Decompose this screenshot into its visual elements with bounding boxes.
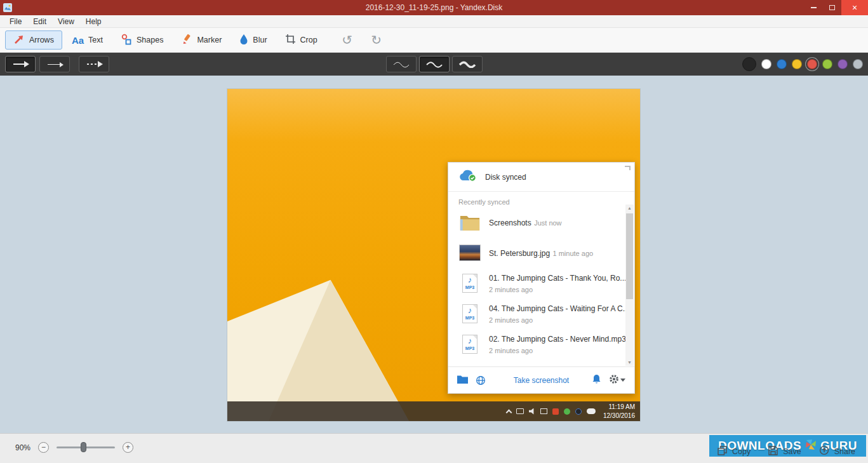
zoom-slider[interactable]: [57, 446, 115, 448]
maximize-button[interactable]: [823, 0, 841, 15]
app-icon: [3, 3, 12, 12]
disk-popup: Disk synced Recently synced Screenshots …: [448, 162, 635, 394]
mp3-file-icon: ♪MP3: [458, 274, 481, 293]
alert-tray-icon: [552, 408, 559, 415]
mp3-file-icon: ♪MP3: [458, 304, 481, 323]
window-title: 2016-12-30_11-19-25.png - Yandex.Disk: [0, 3, 868, 12]
share-button[interactable]: Share: [819, 445, 855, 457]
list-item: ♪MP3 02. The Jumping Cats - Never Mind.m…: [448, 329, 634, 359]
color-swatch-red[interactable]: [807, 59, 817, 69]
save-button[interactable]: Save: [768, 445, 801, 457]
zoom-slider-thumb[interactable]: [81, 442, 86, 452]
photo-thumbnail: [458, 245, 481, 261]
blur-droplet-icon: [239, 34, 248, 47]
settings-menu: [609, 374, 625, 387]
music-note-icon: ♪: [463, 274, 477, 285]
minimize-icon: [811, 7, 817, 8]
item-time: 2 minutes ago: [489, 316, 533, 324]
thick-wave-icon: [458, 60, 477, 68]
toolbar: Arrows Aa Text Shapes Marker Blur Crop ↺…: [0, 28, 868, 53]
close-button[interactable]: ×: [841, 0, 868, 15]
copy-icon: [718, 446, 727, 457]
menu-help[interactable]: Help: [80, 15, 107, 28]
item-name: Screenshots: [489, 218, 531, 227]
menu-view[interactable]: View: [52, 15, 80, 28]
tool-shapes[interactable]: Shapes: [112, 30, 171, 50]
dotted-arrow-icon: [87, 64, 101, 65]
edited-screenshot-image[interactable]: Disk synced Recently synced Screenshots …: [227, 89, 640, 421]
tray-expand-icon: [505, 409, 512, 415]
thickness-medium-button[interactable]: [419, 56, 450, 72]
chevron-down-icon: [620, 379, 625, 382]
close-icon: ×: [852, 3, 857, 13]
item-name: St. Petersburg.jpg: [489, 249, 550, 258]
copy-button[interactable]: Copy: [718, 445, 751, 457]
tool-blur-label: Blur: [253, 36, 267, 44]
tool-arrows[interactable]: Arrows: [5, 30, 62, 50]
zoom-controls: 90% − +: [15, 442, 133, 453]
maximize-icon: [829, 5, 835, 10]
scrollbar-thumb: [626, 213, 633, 299]
list-item: ♪MP3 01. The Jumping Cats - Thank You, R…: [448, 268, 634, 299]
volume-tray-icon: [529, 408, 535, 415]
share-icon: [819, 445, 829, 457]
list-item: ♪MP3 04. The Jumping Cats - Waiting For …: [448, 299, 634, 329]
marker-icon: [181, 34, 192, 47]
arrow-style-solid-button[interactable]: [5, 56, 36, 72]
recently-synced-label: Recently synced: [448, 192, 634, 207]
zoom-out-button[interactable]: −: [38, 442, 49, 453]
tool-marker[interactable]: Marker: [173, 30, 230, 50]
item-name: 04. The Jumping Cats - Waiting For A C..…: [489, 304, 629, 313]
taskbar: 11:19 AM 12/30/2016: [227, 401, 640, 421]
scroll-down-icon: ▼: [625, 360, 634, 365]
tool-text[interactable]: Aa Text: [63, 30, 111, 50]
titlebar[interactable]: 2016-12-30_11-19-25.png - Yandex.Disk ×: [0, 0, 868, 15]
gear-icon: [609, 374, 619, 387]
popup-header: Disk synced: [448, 163, 634, 192]
list-item: Screenshots Just now: [448, 207, 634, 238]
redo-button[interactable]: ↻: [368, 32, 385, 48]
arrow-style-group: [5, 56, 109, 72]
color-swatch-gray[interactable]: [853, 59, 863, 69]
take-screenshot-link: Take screenshot: [514, 376, 569, 385]
tool-crop-label: Crop: [300, 36, 317, 44]
color-swatch-blue[interactable]: [777, 59, 787, 69]
medium-wave-icon: [425, 60, 444, 68]
menubar: File Edit View Help: [0, 15, 868, 28]
disk-tray-icon: [587, 408, 596, 414]
network-tray-icon: [516, 408, 524, 414]
color-swatch-purple[interactable]: [838, 59, 848, 69]
arrow-style-thin-button[interactable]: [39, 56, 70, 72]
tool-blur[interactable]: Blur: [231, 30, 275, 50]
undo-button[interactable]: ↺: [338, 32, 356, 48]
shapes-icon: [121, 34, 132, 47]
clock-time: 11:19 AM: [608, 403, 635, 410]
item-time: 2 minutes ago: [489, 286, 533, 293]
color-swatch-white[interactable]: [761, 59, 771, 69]
tool-shapes-label: Shapes: [137, 36, 163, 44]
editor-canvas[interactable]: Disk synced Recently synced Screenshots …: [0, 76, 868, 433]
taskbar-clock: 11:19 AM 12/30/2016: [603, 403, 635, 420]
action-buttons: Copy Save Share: [718, 445, 855, 457]
item-time: 2 minutes ago: [489, 347, 533, 354]
minimize-button[interactable]: [805, 0, 823, 15]
mp3-file-icon: ♪MP3: [458, 335, 481, 354]
tool-crop[interactable]: Crop: [277, 30, 326, 50]
menu-edit[interactable]: Edit: [27, 15, 52, 28]
thin-wave-icon: [392, 60, 411, 68]
pin-icon: [625, 166, 631, 170]
arrow-style-dotted-button[interactable]: [79, 56, 109, 72]
list-item: St. Petersburg.jpg 1 minute ago: [448, 238, 634, 268]
clock-date: 12/30/2016: [603, 412, 635, 419]
item-name: 02. The Jumping Cats - Never Mind.mp3: [489, 335, 626, 344]
menu-file[interactable]: File: [4, 15, 27, 28]
tool-text-label: Text: [88, 36, 103, 44]
thickness-thin-button[interactable]: [386, 56, 417, 72]
thickness-thick-button[interactable]: [452, 56, 483, 72]
music-note-icon: ♪: [463, 335, 477, 346]
color-swatch-green[interactable]: [822, 59, 832, 69]
zoom-in-button[interactable]: +: [123, 442, 133, 453]
color-swatch-yellow[interactable]: [792, 59, 802, 69]
open-folder-icon: [457, 375, 468, 386]
current-color-swatch[interactable]: [742, 57, 756, 71]
